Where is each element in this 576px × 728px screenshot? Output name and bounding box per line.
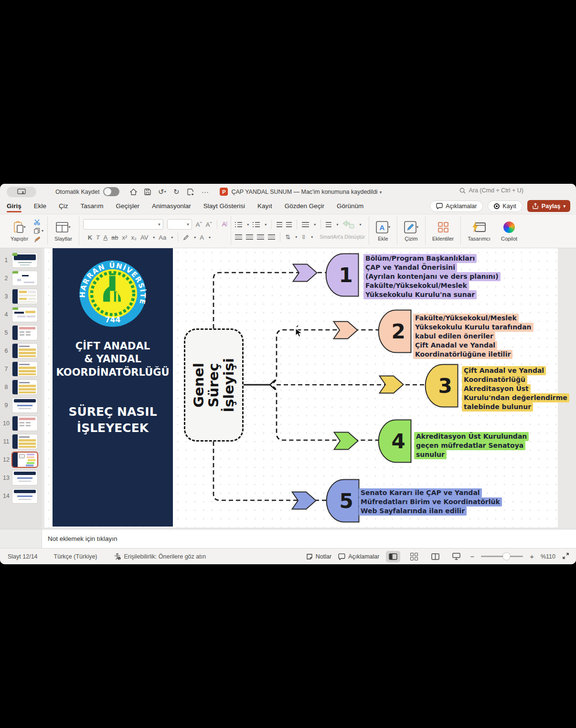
align-center-button[interactable] xyxy=(246,234,253,240)
slide-thumbnail-10[interactable]: 10 xyxy=(0,414,42,433)
zoom-slider[interactable] xyxy=(481,556,523,557)
slide-canvas[interactable]: HARRAN ÜNİVERSİTESİ 744 ÇİFT ANADAL& YAN… xyxy=(44,248,558,528)
step-3-arrow[interactable] xyxy=(379,375,404,396)
comments-toggle-button[interactable]: Açıklamalar xyxy=(338,553,379,560)
decrease-indent-button[interactable] xyxy=(277,222,282,227)
slide-thumbnail-1[interactable]: 1 xyxy=(0,251,42,269)
designer-button[interactable]: Tasarımcı xyxy=(465,219,493,243)
slideshow-button[interactable] xyxy=(449,551,463,562)
notes-pane[interactable]: Not eklemek için tıklayın xyxy=(0,529,576,548)
justify-button[interactable] xyxy=(268,234,275,240)
smartart-convert-button[interactable]: ▾ xyxy=(342,220,361,229)
font-size-select[interactable]: ▾ xyxy=(167,219,192,230)
grow-font-button[interactable]: Aˆ xyxy=(196,221,202,228)
zoom-in-button[interactable]: + xyxy=(530,552,534,560)
slide-thumbnail-2[interactable]: 2 xyxy=(0,269,42,287)
search-field[interactable]: Ara (Cmd + Ctrl + U) xyxy=(459,187,523,194)
step-5-arrow[interactable] xyxy=(291,491,317,512)
bold-button[interactable]: K xyxy=(88,234,92,241)
step-1-node[interactable]: 1 xyxy=(325,253,359,299)
text-direction-button[interactable]: ⇅▾ xyxy=(285,233,297,241)
slide-thumbnail-5[interactable]: 5 xyxy=(0,324,42,342)
step-2-node[interactable]: 2 xyxy=(377,309,412,355)
strikethrough-button[interactable]: ab xyxy=(111,234,118,241)
columns-button[interactable]: ▾ xyxy=(326,222,338,227)
italic-button[interactable]: T xyxy=(96,233,99,241)
tab-tasar-m[interactable]: Tasarım xyxy=(81,200,104,213)
accessibility-checker[interactable]: i Erişilebilirlik: Önerilere göz atın xyxy=(114,553,206,560)
tab--iz[interactable]: Çiz xyxy=(59,200,68,213)
step-3-description[interactable]: Çift Anadal ve YandalKoordinatörlüğüAkre… xyxy=(462,366,569,411)
save-as-icon[interactable] xyxy=(185,187,196,197)
tab-ekle[interactable]: Ekle xyxy=(34,200,46,213)
save-icon[interactable] xyxy=(142,187,153,197)
align-left-button[interactable] xyxy=(235,234,242,240)
presenter-view-button[interactable] xyxy=(7,187,36,197)
slide-thumbnail-13[interactable]: 13 xyxy=(0,469,42,487)
insert-textbox-button[interactable]: A ▾ Ekle xyxy=(373,219,393,243)
record-button[interactable]: Kayıt xyxy=(488,200,523,212)
slide-counter[interactable]: Slayt 12/14 xyxy=(8,553,38,560)
share-button[interactable]: Paylaş▾ xyxy=(527,200,570,212)
redo-icon[interactable]: ↻ xyxy=(171,187,181,197)
slide-thumbnail-11[interactable]: 11 xyxy=(0,433,42,451)
process-center-box[interactable]: GenelSüreçİşleyişi xyxy=(184,328,244,442)
align-right-button[interactable] xyxy=(257,234,264,240)
increase-indent-button[interactable] xyxy=(286,222,292,227)
line-spacing-button[interactable]: ▾ xyxy=(302,222,316,227)
addins-button[interactable]: Eklentiler xyxy=(429,219,457,243)
autosave-toggle[interactable] xyxy=(103,187,119,196)
fullscreen-button[interactable] xyxy=(562,552,569,561)
copy-button[interactable]: ▾ xyxy=(34,227,43,234)
slide-thumbnail-14[interactable]: 14 xyxy=(0,487,42,505)
slide-thumbnail-7[interactable]: 7 xyxy=(0,360,42,378)
paste-button[interactable]: ▾ Yapıştır xyxy=(8,219,31,243)
more-commands-icon[interactable]: ··· xyxy=(200,187,210,197)
bullets-button[interactable]: ▾ xyxy=(235,222,249,227)
font-color-button[interactable]: A▾ xyxy=(200,234,211,241)
notes-toggle-button[interactable]: Notlar xyxy=(306,553,331,560)
draw-button[interactable]: ▾ Çizim xyxy=(401,219,421,243)
align-text-button[interactable]: ⇳▾ xyxy=(301,233,313,241)
tab-g-r-n-m[interactable]: Görünüm xyxy=(337,200,363,213)
change-case-button[interactable]: Aa▾ xyxy=(159,234,173,241)
normal-view-button[interactable] xyxy=(386,551,400,562)
highlight-pen-button[interactable]: ▾ xyxy=(183,234,196,241)
home-icon[interactable] xyxy=(128,187,139,197)
zoom-out-button[interactable]: − xyxy=(470,552,474,560)
copilot-button[interactable]: Copilot xyxy=(498,219,520,243)
reading-view-button[interactable] xyxy=(428,551,442,562)
format-painter-button[interactable] xyxy=(34,236,43,243)
slide-sorter-view-button[interactable] xyxy=(407,551,421,562)
underline-button[interactable]: A xyxy=(103,234,107,241)
zoom-level[interactable]: %110 xyxy=(541,553,555,560)
step-2-arrow[interactable] xyxy=(333,321,358,341)
slide-thumbnail-4[interactable]: 4 xyxy=(0,306,42,324)
numbering-button[interactable]: ▾ xyxy=(253,222,267,227)
character-spacing-button[interactable]: AV▾ xyxy=(140,234,155,241)
tab-animasyonlar[interactable]: Animasyonlar xyxy=(152,200,191,213)
step-5-node[interactable]: 5 xyxy=(325,479,360,525)
step-1-arrow[interactable] xyxy=(292,264,318,284)
shrink-font-button[interactable]: Aˇ xyxy=(206,221,212,228)
step-1-description[interactable]: Bölüm/Program BaşkanlıklarıÇAP ve Yandal… xyxy=(363,254,501,299)
new-slide-button[interactable]: ▾ Slaytlar xyxy=(52,219,75,243)
zoom-slider-knob[interactable] xyxy=(503,553,510,560)
tab-ge-i-ler[interactable]: Geçişler xyxy=(116,200,140,213)
slide-thumbnail-12[interactable]: 12 xyxy=(0,451,42,469)
clear-format-button[interactable]: A𝄁 xyxy=(222,221,227,228)
slide-thumbnail-6[interactable]: 6 xyxy=(0,342,42,360)
comments-button[interactable]: Açıklamalar xyxy=(430,200,483,212)
tab-slayt-g-sterisi[interactable]: Slayt Gösterisi xyxy=(203,200,245,213)
step-3-node[interactable]: 3 xyxy=(424,364,459,410)
step-4-node[interactable]: 4 xyxy=(377,419,412,465)
step-2-description[interactable]: Fakülte/Yüksekokul/MeslekYüksekokulu Kur… xyxy=(413,314,533,359)
font-name-select[interactable]: ▾ xyxy=(83,219,163,230)
step-5-description[interactable]: Senato Kararı ile ÇAP ve YandalMüfredatl… xyxy=(359,488,502,516)
document-title[interactable]: ÇAP YANDAL SUNUM — Mac'im konumuna kayde… xyxy=(231,189,382,195)
language-indicator[interactable]: Türkçe (Türkiye) xyxy=(54,553,97,560)
undo-icon[interactable]: ↺▾ xyxy=(157,187,167,197)
tab-kay-t[interactable]: Kayıt xyxy=(257,200,272,213)
superscript-button[interactable]: x² xyxy=(122,234,128,241)
cut-button[interactable] xyxy=(34,219,43,225)
